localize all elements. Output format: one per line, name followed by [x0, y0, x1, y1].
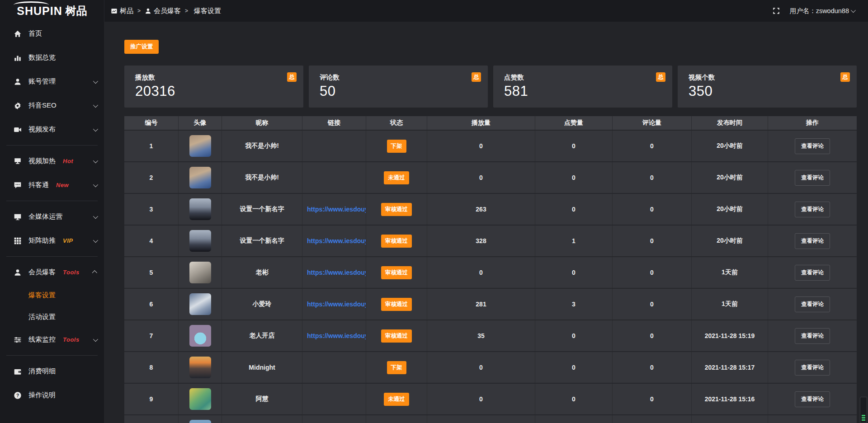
column-header: 评论量: [613, 116, 692, 130]
cell-nickname: 小爱玲: [222, 289, 302, 320]
stat-cards: 播放数20316总评论数50总点赞数581总视频个数350总: [124, 66, 857, 108]
cell-id: 9: [124, 384, 179, 414]
stat-card: 播放数20316总: [124, 66, 303, 108]
breadcrumb-item-home[interactable]: 树品: [111, 7, 133, 15]
sidebar-item[interactable]: 矩阵助推VIP: [0, 229, 104, 253]
cell-time: 20小时前: [692, 131, 768, 161]
cell-likes: 1: [535, 226, 613, 256]
video-link[interactable]: https://www.iesdouyin.c: [307, 301, 366, 308]
stat-card-value: 20316: [135, 83, 292, 99]
column-header: 点赞量: [535, 116, 613, 130]
cell-actions: 查看评论: [768, 289, 857, 320]
grid-icon: [14, 237, 22, 245]
cell-avatar: [179, 194, 222, 225]
view-comments-button[interactable]: 查看评论: [795, 202, 830, 217]
promo-settings-button[interactable]: 推广设置: [124, 40, 159, 54]
table-row: 4设置一个新名字https://www.iesdouyin.c审核通过32810…: [124, 225, 857, 256]
cell-actions: 查看评论: [768, 320, 857, 351]
monitor-icon: [14, 213, 22, 221]
table-row: 6小爱玲https://www.iesdouyin.c审核通过281301天前查…: [124, 288, 857, 320]
cell-actions: 查看评论: [768, 131, 857, 161]
cell-id: 4: [124, 226, 179, 256]
cell-actions: 查看评论: [768, 162, 857, 193]
stat-card-label: 视频个数: [689, 73, 846, 82]
user-menu[interactable]: 用户名：zswodun88: [790, 7, 854, 15]
breadcrumb-item-section[interactable]: 会员爆客: [145, 7, 181, 15]
view-comments-button[interactable]: 查看评论: [795, 360, 830, 376]
table-row: 9阿慧未通过0002021-11-28 15:16查看评论: [124, 383, 857, 414]
view-comments-button[interactable]: 查看评论: [795, 233, 830, 249]
cell-time: 1天前: [692, 257, 768, 288]
cell-plays: [427, 415, 535, 423]
view-comments-button[interactable]: 查看评论: [795, 265, 830, 281]
view-comments-button[interactable]: 查看评论: [795, 296, 830, 312]
sidebar-item[interactable]: 线索监控Tools: [0, 328, 104, 352]
cell-likes: [535, 415, 613, 423]
status-badge: 审核通过: [381, 298, 412, 311]
cell-link: [302, 352, 366, 383]
cell-nickname: 我不是小帅!: [222, 162, 302, 193]
cell-comments: 0: [613, 257, 692, 288]
video-link[interactable]: https://www.iesdouyin.c: [307, 269, 366, 276]
cell-comments: 0: [613, 320, 692, 351]
cell-plays: 0: [427, 131, 535, 161]
avatar: [189, 262, 211, 283]
sidebar-item[interactable]: 抖客通New: [0, 173, 104, 197]
video-link[interactable]: https://www.iesdouyin.c: [307, 206, 366, 213]
svg-text:?: ?: [16, 393, 19, 398]
cell-status: 审核通过: [366, 320, 427, 351]
sidebar-item[interactable]: 账号管理: [0, 70, 104, 94]
breadcrumb: 树品 > 会员爆客 > 爆客设置: [104, 0, 773, 22]
cell-nickname: 设置一个新名字: [222, 194, 302, 225]
video-table: 编号头像昵称链接状态播放量点赞量评论量发布时间操作1我不是小帅!下架00020小…: [124, 116, 857, 423]
fullscreen-icon[interactable]: [773, 7, 780, 14]
video-link[interactable]: https://www.iesdouyin.c: [307, 237, 366, 244]
cell-likes: 0: [535, 320, 613, 351]
column-header: 状态: [366, 116, 427, 130]
sidebar-subitem[interactable]: 爆客设置: [0, 284, 104, 306]
cell-comments: 0: [613, 226, 692, 256]
sidebar-item[interactable]: 视频发布: [0, 118, 104, 141]
divider: [6, 145, 98, 146]
sidebar-item[interactable]: 抖音SEO: [0, 94, 104, 118]
cell-likes: 0: [535, 352, 613, 383]
sidebar-item[interactable]: 数据总览: [0, 46, 104, 70]
cell-id: 6: [124, 289, 179, 320]
view-comments-button[interactable]: 查看评论: [795, 170, 830, 186]
cell-link: https://www.iesdouyin.c: [302, 226, 366, 256]
view-comments-button[interactable]: 查看评论: [795, 391, 830, 407]
breadcrumb-label: 爆客设置: [194, 7, 221, 15]
cell-likes: 0: [535, 162, 613, 193]
status-badge: 下架: [387, 361, 406, 374]
floating-widget[interactable]: [860, 397, 867, 423]
sidebar-item[interactable]: 首页: [0, 22, 104, 46]
sidebar-subitem[interactable]: 活动设置: [0, 306, 104, 328]
status-badge: 下架: [387, 140, 406, 153]
sidebar-item[interactable]: ?操作说明: [0, 383, 104, 407]
cell-link: https://www.iesdouyin.c: [302, 320, 366, 351]
view-comments-button[interactable]: 查看评论: [795, 328, 830, 344]
avatar: [189, 357, 211, 378]
sidebar-item[interactable]: 全媒体运营: [0, 205, 104, 229]
cell-likes: 0: [535, 194, 613, 225]
sidebar-item[interactable]: 会员爆客Tools: [0, 260, 104, 284]
stat-card-label: 评论数: [320, 73, 477, 82]
cell-status: [366, 415, 427, 423]
cell-id: [124, 415, 179, 423]
video-link[interactable]: https://www.iesdouyin.c: [307, 332, 366, 339]
divider: [6, 256, 98, 257]
stat-card-value: 581: [504, 83, 661, 99]
cell-avatar: [179, 384, 222, 414]
sidebar-item[interactable]: 消费明细: [0, 359, 104, 383]
cell-avatar: [179, 226, 222, 256]
cell-avatar: [179, 131, 222, 161]
cell-comments: [613, 415, 692, 423]
main-content: 推广设置 播放数20316总评论数50总点赞数581总视频个数350总 编号头像…: [104, 22, 868, 423]
cell-id: 8: [124, 352, 179, 383]
table-row: [124, 414, 857, 423]
home-icon: [14, 30, 22, 38]
sidebar-item[interactable]: 视频加热Hot: [0, 149, 104, 173]
chart-icon: [14, 54, 22, 62]
sidebar-item-label: 视频发布: [28, 125, 56, 134]
view-comments-button[interactable]: 查看评论: [795, 138, 830, 154]
